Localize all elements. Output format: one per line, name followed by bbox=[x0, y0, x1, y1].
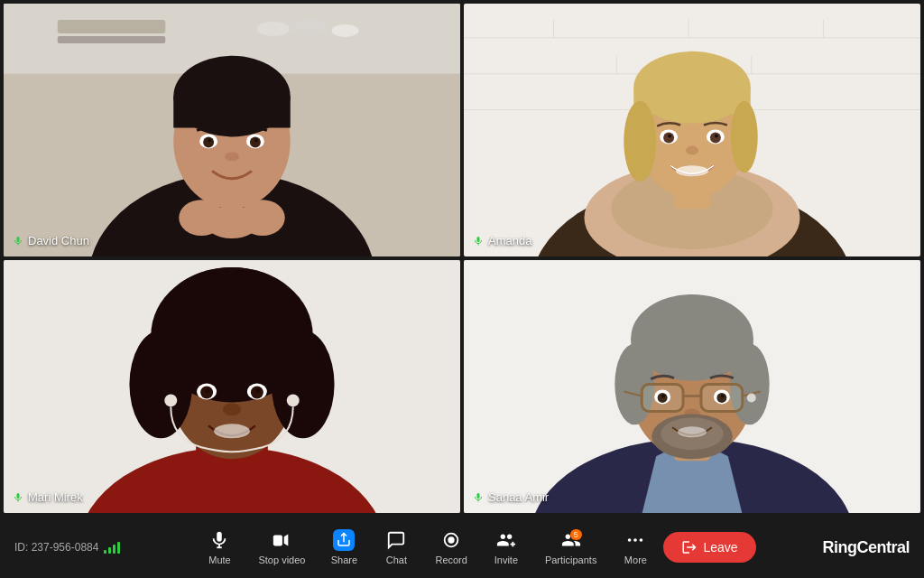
toolbar-center: Mute Stop video bbox=[159, 524, 792, 571]
toolbar: ID: 237-956-0884 Mute bbox=[0, 517, 924, 578]
participant-name-sanaa-amir: Sanaa Amir bbox=[473, 490, 549, 504]
svg-point-50 bbox=[676, 165, 708, 176]
record-button[interactable]: Record bbox=[424, 524, 477, 571]
mute-icon bbox=[208, 529, 230, 551]
video-tile-david-chun: David Chun bbox=[4, 4, 460, 256]
participant-name-mari-mirek: Mari Mirek bbox=[13, 490, 83, 504]
invite-label: Invite bbox=[494, 555, 518, 565]
svg-point-69 bbox=[223, 403, 241, 415]
svg-point-61 bbox=[272, 331, 335, 439]
svg-point-67 bbox=[206, 388, 210, 393]
svg-rect-2 bbox=[58, 20, 166, 33]
svg-point-4 bbox=[257, 22, 290, 36]
meeting-id-section: ID: 237-956-0884 bbox=[14, 541, 159, 554]
svg-point-18 bbox=[254, 138, 258, 142]
svg-point-62 bbox=[164, 267, 299, 358]
svg-point-45 bbox=[663, 132, 674, 143]
participant-visual-amanda bbox=[464, 4, 920, 256]
svg-point-68 bbox=[255, 388, 260, 393]
mic-icon-sanaa bbox=[473, 492, 484, 503]
svg-point-15 bbox=[203, 136, 214, 147]
svg-point-22 bbox=[240, 200, 285, 236]
meeting-id-text: ID: 237-956-0884 bbox=[14, 541, 98, 554]
svg-point-5 bbox=[291, 19, 328, 35]
video-tile-sanaa-amir: Sanaa Amir bbox=[464, 260, 920, 513]
svg-point-46 bbox=[710, 132, 721, 143]
signal-bar-1 bbox=[104, 550, 106, 554]
svg-point-41 bbox=[624, 101, 656, 182]
record-icon bbox=[440, 529, 462, 551]
leave-button[interactable]: Leave bbox=[663, 532, 755, 563]
participant-name-david-chun: David Chun bbox=[13, 234, 89, 247]
signal-indicator bbox=[104, 541, 120, 554]
video-tile-amanda: Amanda bbox=[464, 4, 920, 256]
leave-icon bbox=[681, 539, 698, 555]
svg-rect-51 bbox=[477, 237, 480, 242]
svg-point-17 bbox=[208, 138, 211, 142]
mic-icon-david bbox=[13, 236, 23, 247]
svg-point-70 bbox=[214, 424, 250, 438]
stop-video-label: Stop video bbox=[258, 555, 305, 565]
svg-rect-100 bbox=[477, 493, 480, 499]
more-label: More bbox=[624, 555, 647, 565]
svg-rect-73 bbox=[17, 493, 20, 499]
more-button[interactable]: More bbox=[611, 524, 660, 571]
stop-video-button[interactable]: Stop video bbox=[247, 524, 316, 571]
mute-label: Mute bbox=[208, 555, 230, 565]
share-button[interactable]: Share bbox=[319, 524, 368, 571]
svg-point-93 bbox=[661, 394, 665, 397]
svg-point-49 bbox=[686, 145, 698, 154]
chat-label: Chat bbox=[386, 555, 407, 565]
svg-rect-3 bbox=[58, 36, 166, 43]
svg-point-19 bbox=[225, 152, 239, 161]
svg-point-94 bbox=[721, 394, 725, 397]
svg-rect-40 bbox=[633, 88, 750, 115]
svg-rect-23 bbox=[17, 237, 20, 242]
svg-point-111 bbox=[628, 538, 632, 542]
participant-visual-sanaa bbox=[464, 260, 920, 513]
svg-point-99 bbox=[747, 393, 756, 402]
participants-label: Participants bbox=[545, 555, 596, 565]
svg-point-48 bbox=[715, 134, 718, 137]
signal-bar-4 bbox=[117, 542, 120, 554]
svg-point-113 bbox=[640, 538, 643, 542]
svg-point-112 bbox=[634, 538, 638, 542]
ringcentral-logo: RingCentral bbox=[792, 538, 910, 557]
svg-point-92 bbox=[716, 393, 726, 403]
svg-point-60 bbox=[129, 331, 192, 439]
mic-icon-mari bbox=[13, 492, 23, 503]
svg-point-108 bbox=[448, 536, 455, 543]
invite-icon bbox=[495, 529, 517, 551]
chat-icon bbox=[385, 529, 407, 551]
svg-point-91 bbox=[658, 393, 668, 403]
participants-icon-wrap: 5 bbox=[560, 529, 582, 551]
share-icon bbox=[333, 529, 355, 551]
svg-point-16 bbox=[250, 136, 261, 147]
svg-point-42 bbox=[731, 101, 758, 173]
svg-point-98 bbox=[678, 426, 707, 437]
svg-point-72 bbox=[287, 394, 300, 406]
stop-video-icon bbox=[271, 529, 292, 551]
video-grid: David Chun bbox=[0, 0, 924, 517]
chat-button[interactable]: Chat bbox=[372, 524, 420, 571]
svg-rect-105 bbox=[273, 536, 282, 546]
mute-button[interactable]: Mute bbox=[195, 524, 244, 571]
svg-point-71 bbox=[164, 394, 177, 406]
participants-button[interactable]: 5 Participants bbox=[534, 524, 607, 571]
participant-visual-mari bbox=[4, 260, 460, 513]
share-label: Share bbox=[331, 555, 357, 565]
svg-rect-12 bbox=[173, 97, 290, 128]
record-label: Record bbox=[435, 555, 467, 565]
svg-point-6 bbox=[332, 24, 359, 37]
svg-point-47 bbox=[668, 134, 671, 137]
svg-rect-102 bbox=[217, 532, 223, 542]
participant-visual-david bbox=[4, 4, 460, 256]
leave-label: Leave bbox=[703, 540, 737, 555]
signal-bar-2 bbox=[108, 547, 111, 554]
signal-bar-3 bbox=[113, 545, 116, 554]
video-tile-mari-mirek: Mari Mirek bbox=[4, 260, 460, 513]
more-icon bbox=[624, 529, 646, 551]
participant-name-amanda: Amanda bbox=[473, 234, 531, 247]
invite-button[interactable]: Invite bbox=[482, 524, 531, 571]
participants-count-badge: 5 bbox=[570, 529, 582, 540]
